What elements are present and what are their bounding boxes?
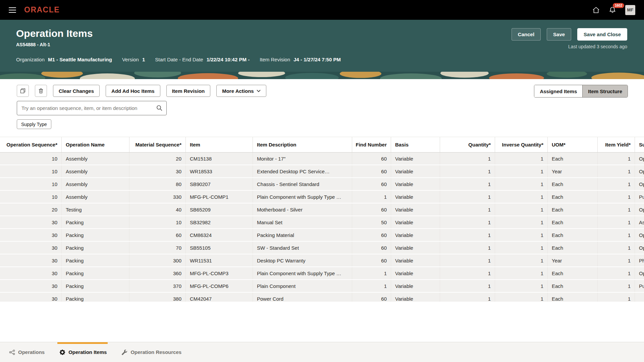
menu-icon[interactable] xyxy=(9,7,16,13)
table-row[interactable]: 10Assembly30WR18533Extended Desktop PC S… xyxy=(0,165,644,178)
copy-button[interactable] xyxy=(17,85,29,97)
table-cell: Each xyxy=(548,203,598,216)
table-cell: 1 xyxy=(495,293,548,302)
table-cell: 1 xyxy=(352,280,391,292)
last-updated-text: Last updated 3 seconds ago xyxy=(568,44,627,49)
table-cell: CM15138 xyxy=(186,153,253,165)
column-header[interactable]: UOM* xyxy=(548,137,598,152)
search-input[interactable] xyxy=(17,101,167,115)
table-cell: Variable xyxy=(391,178,440,190)
table-cell: Variable xyxy=(391,293,440,302)
table-cell: 1 xyxy=(440,242,495,254)
home-icon[interactable] xyxy=(592,7,600,13)
table-row[interactable]: 10Assembly20CM15138Monitor - 17"60Variab… xyxy=(0,153,644,165)
more-actions-dropdown[interactable]: More Actions xyxy=(216,85,266,97)
table-cell: 1 xyxy=(352,267,391,279)
notifications-bell-icon[interactable]: 1602 xyxy=(609,6,616,13)
column-header[interactable]: Operation Name xyxy=(62,137,129,152)
table-cell: 1 xyxy=(440,178,495,190)
table-cell: 1 xyxy=(495,280,548,292)
column-header[interactable]: Material Sequence* xyxy=(129,137,186,152)
table-cell: Power Cord xyxy=(253,293,352,302)
table-cell: Variable xyxy=(391,267,440,279)
table-cell: Each xyxy=(548,153,598,165)
table-row[interactable]: 30Packing370MFG-PL-COMP6Plain Component1… xyxy=(0,280,644,293)
column-header[interactable]: Basis xyxy=(391,137,440,152)
table-cell: Op xyxy=(635,242,644,254)
table-cell: 1 xyxy=(440,203,495,216)
table-cell: Variable xyxy=(391,280,440,292)
column-header[interactable]: Item xyxy=(186,137,253,152)
table-row[interactable]: 20Testing40SB65209Motherboard - Silver60… xyxy=(0,203,644,216)
notification-count-badge: 1602 xyxy=(613,3,624,8)
organization-info: Organization M1 - Seattle Manufacturing xyxy=(16,57,112,62)
table-cell: Each xyxy=(548,280,598,292)
table-cell: As xyxy=(635,216,644,228)
column-header[interactable]: Quantity* xyxy=(440,137,495,152)
table-cell: Plain Component with Supply Type … xyxy=(253,267,352,279)
table-cell: 300 xyxy=(129,254,186,266)
table-cell: 30 xyxy=(0,216,62,228)
tab-operation-items[interactable]: Operation Items xyxy=(59,349,107,355)
assigned-items-toggle[interactable]: Assigned Items xyxy=(534,85,582,97)
column-header[interactable]: Item Yield* xyxy=(598,137,635,152)
operations-icon xyxy=(9,349,15,355)
table-cell: 30 xyxy=(0,242,62,254)
table-cell: 10 xyxy=(0,178,62,190)
table-row[interactable]: 30Packing380CM42047Power Cord60Variable1… xyxy=(0,293,644,302)
table-cell: Year xyxy=(548,254,598,266)
table-row[interactable]: 30Packing360MFG-PL-COMP3Plain Component … xyxy=(0,267,644,280)
table-cell: 10 xyxy=(0,191,62,203)
table-cell: Packing xyxy=(62,216,129,228)
search-icon[interactable] xyxy=(156,105,163,113)
table-row[interactable]: 30Packing10SB32982Manual Set50Variable11… xyxy=(0,216,644,229)
table-cell: 1 xyxy=(598,153,635,165)
add-ad-hoc-items-button[interactable]: Add Ad Hoc Items xyxy=(106,85,160,97)
item-revision-button[interactable]: Item Revision xyxy=(166,85,211,97)
table-cell: Op xyxy=(635,267,644,279)
table-cell: 30 xyxy=(0,280,62,292)
table-cell: 10 xyxy=(0,153,62,165)
cancel-button[interactable]: Cancel xyxy=(512,28,541,41)
date-range-value: 1/22/24 10:42 PM - xyxy=(207,57,250,62)
view-toggle: Assigned Items Item Structure xyxy=(534,85,628,98)
table-row[interactable]: 30Packing70SB55105SW - Standard Set60Var… xyxy=(0,242,644,254)
table-cell: Variable xyxy=(391,242,440,254)
table-cell: Each xyxy=(548,267,598,279)
table-cell: 30 xyxy=(129,165,186,177)
table-row[interactable]: 10Assembly80SB90207Chassis - Sentinel St… xyxy=(0,178,644,191)
tab-operation-resources[interactable]: Operation Resources xyxy=(121,349,181,355)
save-button[interactable]: Save xyxy=(547,28,571,41)
table-header-row: Operation Sequence*Operation NameMateria… xyxy=(0,137,644,153)
save-and-close-button[interactable]: Save and Close xyxy=(577,28,627,41)
column-header[interactable]: Su xyxy=(635,137,644,152)
table-row[interactable]: 30Packing60CM86324Packing Material60Vari… xyxy=(0,229,644,242)
table-cell: WR18533 xyxy=(186,165,253,177)
table-cell: 1 xyxy=(598,254,635,266)
column-header[interactable]: Inverse Quantity* xyxy=(495,137,548,152)
column-header[interactable]: Find Number xyxy=(352,137,391,152)
table-cell: Plain Component xyxy=(253,280,352,292)
table-cell: Pu xyxy=(635,280,644,292)
clear-changes-button[interactable]: Clear Changes xyxy=(53,85,100,97)
tab-operations[interactable]: Operations xyxy=(9,349,45,355)
table-cell: Packing xyxy=(62,280,129,292)
more-actions-label: More Actions xyxy=(222,88,254,94)
table-cell: 1 xyxy=(598,293,635,302)
table-cell: 1 xyxy=(440,153,495,165)
delete-button[interactable] xyxy=(35,85,47,97)
table-cell: 50 xyxy=(352,216,391,228)
table-cell: 1 xyxy=(495,267,548,279)
organization-label: Organization xyxy=(16,57,45,62)
column-header[interactable]: Operation Sequence* xyxy=(0,137,62,152)
table-row[interactable]: 10Assembly330MFG-PL-COMP1Plain Component… xyxy=(0,191,644,203)
table-cell: 1 xyxy=(598,216,635,228)
item-structure-toggle[interactable]: Item Structure xyxy=(582,85,628,97)
table-cell: Packing xyxy=(62,267,129,279)
column-header[interactable]: Item Description xyxy=(253,137,352,152)
table-cell: 60 xyxy=(352,242,391,254)
user-avatar[interactable]: MF xyxy=(625,5,635,15)
table-cell: SW - Standard Set xyxy=(253,242,352,254)
table-row[interactable]: 30Packing300WR11531Desktop PC Warranty60… xyxy=(0,254,644,267)
supply-type-filter-chip[interactable]: Supply Type xyxy=(17,119,51,129)
